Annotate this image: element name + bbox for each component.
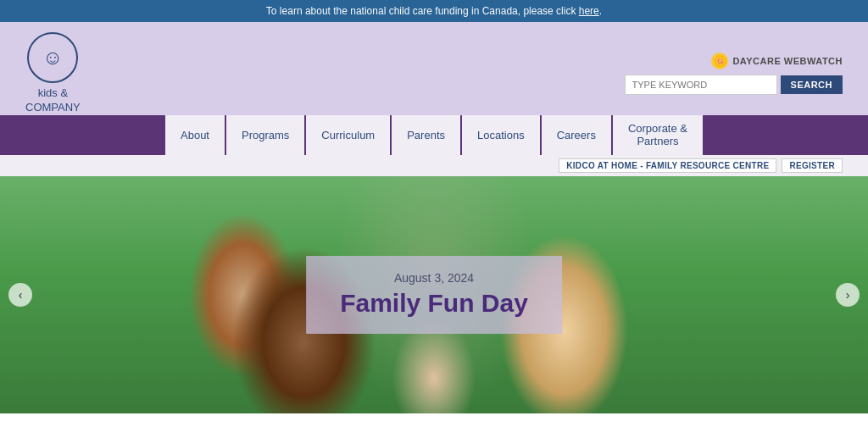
hero-card: August 3, 2024 Family Fun Day — [306, 256, 562, 334]
nav-items: About Programs Curriculum Parents Locati… — [165, 115, 703, 155]
carousel-prev-button[interactable]: ‹ — [8, 283, 32, 307]
register-link[interactable]: REGISTER — [782, 158, 843, 173]
search-button[interactable]: SEARCH — [781, 75, 843, 94]
announcement-text: To learn about the national child care f… — [266, 5, 579, 17]
nav-item-curriculum[interactable]: Curriculum — [306, 115, 390, 155]
welcome-section: Welcome to Kids & Company — [0, 413, 868, 427]
logo-icon: ☺ — [27, 32, 78, 83]
hero-date: August 3, 2024 — [340, 271, 528, 285]
nav-item-programs[interactable]: Programs — [226, 115, 304, 155]
nav-item-parents[interactable]: Parents — [392, 115, 460, 155]
sunflower-icon: 🌼 — [711, 53, 728, 69]
announcement-link[interactable]: here — [579, 5, 599, 17]
search-input[interactable] — [625, 75, 777, 95]
header-right: 🌼 DAYCARE WEBWATCH SEARCH — [625, 53, 843, 95]
carousel-next-button[interactable]: › — [836, 283, 860, 307]
nav-item-corporate[interactable]: Corporate &Partners — [613, 115, 703, 155]
nav-bar: About Programs Curriculum Parents Locati… — [0, 115, 868, 155]
hero-section: August 3, 2024 Family Fun Day ‹ › — [0, 176, 868, 413]
logo-text: kids & COMPANY — [25, 86, 81, 115]
nav-item-careers[interactable]: Careers — [542, 115, 611, 155]
logo-area[interactable]: ☺ kids & COMPANY — [25, 32, 81, 115]
nav-item-about[interactable]: About — [165, 115, 225, 155]
daycare-webwatch[interactable]: 🌼 DAYCARE WEBWATCH — [711, 53, 843, 69]
kidco-home-link[interactable]: KIDCO AT HOME - FAMILY RESOURCE CENTRE — [559, 158, 776, 173]
header: ☺ kids & COMPANY 🌼 DAYCARE WEBWATCH SEAR… — [0, 22, 868, 115]
hero-title: Family Fun Day — [340, 288, 528, 319]
nav-item-locations[interactable]: Locations — [462, 115, 540, 155]
sub-nav: KIDCO AT HOME - FAMILY RESOURCE CENTRE R… — [0, 155, 868, 176]
announcement-bar: To learn about the national child care f… — [0, 0, 868, 22]
search-row: SEARCH — [625, 75, 843, 95]
